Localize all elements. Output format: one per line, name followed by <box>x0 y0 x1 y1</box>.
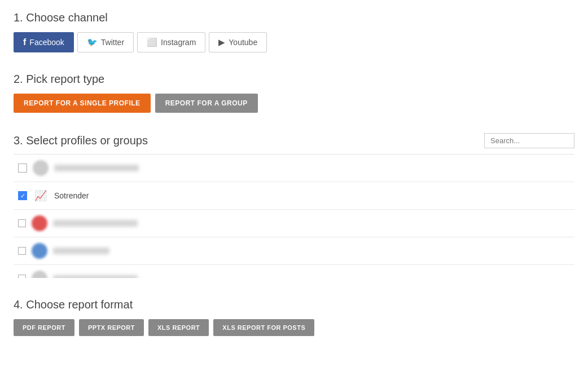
channel-btn-twitter[interactable]: 🐦 Twitter <box>77 32 134 52</box>
profile-name-blurred-3 <box>53 220 138 227</box>
profile-name-blurred-1 <box>54 165 139 171</box>
section3-title: 3. Select profiles or groups <box>14 134 148 147</box>
profile-checkbox-sotrender[interactable] <box>18 191 27 200</box>
channel-label-facebook: Facebook <box>29 38 64 47</box>
channel-btn-instagram[interactable]: ⬜ Instagram <box>137 32 205 52</box>
profiles-list: 📈 Sotrender <box>14 154 574 278</box>
report-group-button[interactable]: REPORT FOR A GROUP <box>155 94 258 113</box>
avatar-4 <box>32 243 47 259</box>
profile-row-3 <box>14 210 574 237</box>
profile-name-blurred-5 <box>53 275 138 278</box>
channel-buttons: f Facebook 🐦 Twitter ⬜ Instagram ▶ Youtu… <box>14 32 574 52</box>
xls-posts-report-button[interactable]: XLS REPORT FOR POSTS <box>213 319 314 336</box>
profile-checkbox-3[interactable] <box>18 219 26 227</box>
channel-btn-facebook[interactable]: f Facebook <box>14 32 74 52</box>
report-type-buttons: REPORT FOR A SINGLE PROFILE REPORT FOR A… <box>14 94 574 113</box>
section2-title: 2. Pick report type <box>14 73 574 86</box>
profile-row-5 <box>14 265 574 278</box>
search-input[interactable] <box>484 133 574 148</box>
profile-row <box>14 154 574 182</box>
avatar-5 <box>32 271 47 278</box>
avatar-1 <box>33 160 49 176</box>
section-select-profiles: 3. Select profiles or groups 📈 Sotrender <box>14 133 574 278</box>
profile-checkbox-5[interactable] <box>18 275 26 278</box>
section-report-type: 2. Pick report type REPORT FOR A SINGLE … <box>14 73 574 113</box>
channel-label-twitter: Twitter <box>101 38 124 47</box>
pptx-report-button[interactable]: PPTX REPORT <box>79 319 144 336</box>
facebook-icon: f <box>23 37 26 47</box>
avatar-3 <box>32 215 47 231</box>
section-choose-channel: 1. Choose channel f Facebook 🐦 Twitter ⬜… <box>14 11 574 52</box>
section1-title: 1. Choose channel <box>14 11 574 24</box>
profile-row-sotrender: 📈 Sotrender <box>14 182 574 210</box>
avatar-sotrender: 📈 <box>33 188 49 204</box>
channel-label-instagram: Instagram <box>161 38 196 47</box>
profile-name-blurred-4 <box>53 248 109 254</box>
instagram-icon: ⬜ <box>147 37 157 47</box>
youtube-icon: ▶ <box>218 37 225 47</box>
pdf-report-button[interactable]: PDF REPORT <box>14 319 74 336</box>
twitter-icon: 🐦 <box>87 37 98 47</box>
section4-title: 4. Choose report format <box>14 298 574 311</box>
profile-checkbox-1[interactable] <box>18 164 27 173</box>
profile-checkbox-4[interactable] <box>18 247 26 255</box>
xls-report-button[interactable]: XLS REPORT <box>148 319 209 336</box>
profile-name-sotrender: Sotrender <box>54 191 89 200</box>
channel-label-youtube: Youtube <box>229 38 257 47</box>
channel-btn-youtube[interactable]: ▶ Youtube <box>209 32 267 52</box>
section-report-format: 4. Choose report format PDF REPORT PPTX … <box>14 298 574 336</box>
section3-header: 3. Select profiles or groups <box>14 133 574 148</box>
format-buttons: PDF REPORT PPTX REPORT XLS REPORT XLS RE… <box>14 319 574 336</box>
profile-row-4 <box>14 237 574 265</box>
report-single-button[interactable]: REPORT FOR A SINGLE PROFILE <box>14 94 151 113</box>
